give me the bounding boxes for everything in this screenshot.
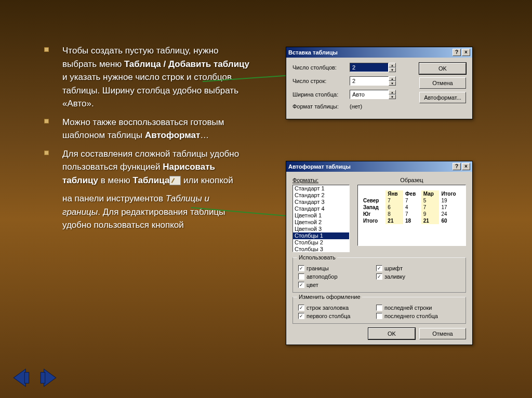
spin-down[interactable]: ▼ bbox=[389, 94, 396, 99]
spin-up[interactable]: ▲ bbox=[389, 76, 396, 81]
spin-up[interactable]: ▲ bbox=[389, 63, 396, 67]
cell: 17 bbox=[439, 204, 462, 211]
close-button[interactable]: × bbox=[462, 163, 470, 170]
format-item[interactable]: Цветной 1 bbox=[293, 212, 349, 219]
checkbox-item[interactable]: ✓заливку bbox=[376, 273, 438, 280]
nav-prev-button[interactable] bbox=[10, 367, 32, 389]
checkbox[interactable]: ✓ bbox=[298, 265, 304, 271]
slide-text: Чтобы создать пустую таблицу, нужно выбр… bbox=[44, 44, 249, 232]
help-button[interactable]: ? bbox=[453, 163, 461, 170]
dialog-title: Вставка таблицы bbox=[288, 49, 451, 56]
header-cell bbox=[361, 190, 385, 197]
spin-down[interactable]: ▼ bbox=[389, 67, 396, 72]
autoformat-button[interactable]: Автоформат... bbox=[419, 92, 466, 103]
ok-button[interactable]: OK bbox=[368, 328, 415, 339]
format-item[interactable]: Стандарт 2 bbox=[293, 192, 349, 199]
groupbox-title: Изменить оформление bbox=[297, 294, 362, 300]
bullet-marker bbox=[44, 150, 49, 155]
cell: 7 bbox=[421, 204, 440, 211]
cell: Юг bbox=[361, 211, 385, 217]
checkbox-item[interactable]: ✓строк заголовка bbox=[298, 305, 361, 311]
formats-label: Форматы: bbox=[292, 177, 350, 183]
insert-table-dialog: Вставка таблицы ? × Число столбцов: ▲▼ Ч… bbox=[286, 47, 473, 119]
preview-label: Образец bbox=[357, 177, 466, 183]
cell: 21 bbox=[421, 217, 440, 224]
cell: 19 bbox=[439, 197, 462, 204]
nav-next-button[interactable] bbox=[37, 367, 59, 389]
format-item[interactable]: Столбцы 3 bbox=[293, 246, 349, 252]
dialog-body: Форматы: Стандарт 1Стандарт 2Стандарт 3С… bbox=[286, 172, 472, 345]
format-item[interactable]: Столбцы 1 bbox=[293, 232, 349, 239]
bullet-marker bbox=[44, 47, 49, 52]
checkbox-label: автоподбор bbox=[307, 273, 338, 280]
format-item[interactable]: Стандарт 4 bbox=[293, 205, 349, 212]
format-item[interactable]: Стандарт 3 bbox=[293, 199, 349, 205]
checkbox[interactable]: ✓ bbox=[376, 265, 382, 271]
groupbox-title: Использовать bbox=[297, 254, 337, 260]
text: на панели инструментов bbox=[62, 194, 166, 203]
checkbox[interactable]: ✓ bbox=[298, 305, 304, 311]
checkbox-label: заливку bbox=[384, 273, 405, 280]
cancel-button[interactable]: Отмена bbox=[419, 77, 466, 89]
checkbox-item[interactable]: ✓цвет bbox=[298, 282, 361, 288]
checkbox[interactable]: ✓ bbox=[298, 282, 304, 288]
rows-input[interactable] bbox=[350, 76, 389, 86]
checkbox-label: первого столбца bbox=[307, 313, 350, 319]
cancel-button[interactable]: Отмена bbox=[419, 328, 466, 339]
checkbox-label: строк заголовка bbox=[307, 305, 349, 311]
cell: 7 bbox=[385, 197, 403, 204]
apply-groupbox: Изменить оформление ✓строк заголовкапосл… bbox=[292, 297, 466, 324]
cell: 7 bbox=[403, 197, 421, 204]
format-item[interactable]: Цветной 3 bbox=[293, 226, 349, 232]
checkbox[interactable] bbox=[376, 313, 382, 319]
text-bold: Таблица / Добавить таблицу bbox=[124, 59, 249, 69]
checkbox-item[interactable]: последнего столбца bbox=[376, 313, 438, 319]
text-bold: Автоформат bbox=[145, 130, 200, 140]
checkbox[interactable]: ✓ bbox=[376, 273, 382, 280]
checkbox-item[interactable]: последней строки bbox=[376, 305, 438, 311]
checkbox-item[interactable]: ✓шрифт bbox=[376, 265, 438, 271]
checkbox[interactable] bbox=[376, 305, 382, 311]
checkbox-item[interactable]: автоподбор bbox=[298, 273, 361, 280]
format-item[interactable]: Цветной 2 bbox=[293, 219, 349, 226]
use-groupbox: Использовать ✓границы✓шрифтавтоподбор✓за… bbox=[292, 257, 466, 293]
row-rows: Число строк: ▲▼ bbox=[292, 76, 402, 86]
bullet-1: Чтобы создать пустую таблицу, нужно выбр… bbox=[44, 44, 249, 111]
preview-box: ЯнвФевМарИтогоСевер77519Запад64717Юг8792… bbox=[357, 185, 466, 246]
checkbox[interactable]: ✓ bbox=[298, 313, 304, 319]
row-width: Ширина столбца: ▲▼ bbox=[292, 90, 402, 99]
cell: 24 bbox=[439, 211, 462, 217]
checkbox[interactable] bbox=[298, 273, 304, 280]
cell: Запад bbox=[361, 204, 385, 211]
ok-button[interactable]: OK bbox=[419, 63, 466, 74]
width-input[interactable] bbox=[350, 90, 389, 99]
label: Ширина столбца: bbox=[292, 91, 350, 98]
svg-rect-1 bbox=[24, 373, 29, 383]
cell: 4 bbox=[403, 204, 421, 211]
autoformat-dialog: Автоформат таблицы ? × Форматы: Стандарт… bbox=[286, 161, 473, 345]
format-item[interactable]: Столбцы 2 bbox=[293, 239, 349, 246]
help-button[interactable]: ? bbox=[453, 49, 461, 56]
row-format: Формат таблицы: (нет) bbox=[292, 103, 402, 109]
text-bold: Таблица bbox=[133, 175, 170, 185]
titlebar[interactable]: Вставка таблицы ? × bbox=[286, 47, 472, 58]
preview-section: Образец ЯнвФевМарИтогоСевер77519Запад647… bbox=[357, 177, 466, 252]
spin-up[interactable]: ▲ bbox=[389, 90, 396, 94]
close-button[interactable]: × bbox=[462, 49, 470, 56]
label: Число строк: bbox=[292, 78, 350, 84]
format-item[interactable]: Стандарт 1 bbox=[293, 185, 349, 192]
pencil-icon bbox=[169, 176, 181, 185]
text: … bbox=[200, 130, 209, 140]
checkbox-label: последнего столбца bbox=[384, 313, 438, 319]
formats-section: Форматы: Стандарт 1Стандарт 2Стандарт 3С… bbox=[292, 177, 350, 252]
preview-table: ЯнвФевМарИтогоСевер77519Запад64717Юг8792… bbox=[361, 190, 462, 224]
cell: 18 bbox=[403, 217, 421, 224]
spin-down[interactable]: ▼ bbox=[389, 81, 396, 86]
formats-listbox[interactable]: Стандарт 1Стандарт 2Стандарт 3Стандарт 4… bbox=[292, 185, 350, 252]
titlebar[interactable]: Автоформат таблицы ? × bbox=[286, 161, 472, 172]
checkbox-item[interactable]: ✓первого столбца bbox=[298, 313, 361, 319]
checkbox-item[interactable]: ✓границы bbox=[298, 265, 361, 271]
checkbox-label: границы bbox=[307, 265, 329, 271]
text: или кнопкой bbox=[181, 175, 233, 185]
columns-input[interactable] bbox=[350, 63, 389, 72]
